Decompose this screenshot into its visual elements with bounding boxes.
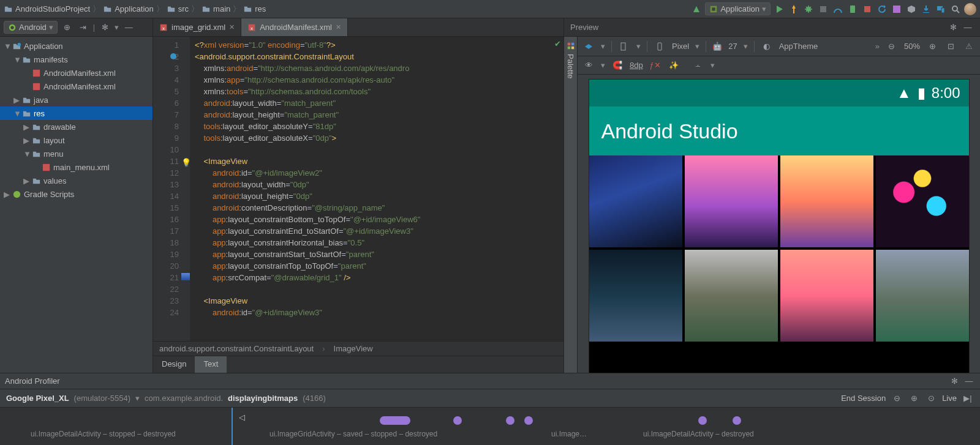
breadcrumb-item[interactable]: AndroidStudioProject [4, 4, 90, 13]
zoom-in-icon[interactable]: ⊕ [908, 392, 920, 405]
close-icon[interactable]: ✕ [336, 23, 341, 31]
tree-node[interactable]: ▶Gradle Scripts [0, 187, 153, 201]
profiler-event-label: ui.Image… [551, 430, 587, 438]
infer-constraints-icon[interactable]: ✨ [668, 59, 680, 72]
tree-node[interactable]: ▼manifests [0, 53, 153, 66]
zoom-out-icon[interactable]: ⊖ [886, 40, 898, 53]
profiler-icon[interactable] [832, 3, 844, 15]
breadcrumb-item[interactable]: res [243, 4, 266, 13]
design-text-tabs[interactable]: Design Text [153, 356, 564, 373]
clock: 8:00 [932, 84, 960, 102]
avd-manager-icon[interactable] [846, 3, 859, 15]
android-icon: 🤖 [712, 42, 722, 51]
svg-point-10 [10, 26, 13, 29]
orientation-icon[interactable] [618, 40, 630, 53]
profiler-event-label: ui.ImageDetailActivity – stopped – destr… [31, 430, 176, 438]
magnet-icon[interactable]: 🧲 [611, 59, 624, 72]
gear-icon[interactable]: ✻ [948, 375, 960, 387]
tree-node[interactable]: ▼Application [0, 39, 153, 53]
debug-icon[interactable] [802, 3, 815, 15]
gear-icon[interactable]: ✻ [947, 21, 959, 34]
svg-rect-3 [850, 6, 855, 13]
app-title: Android Studio [601, 119, 738, 143]
svg-rect-23 [567, 47, 570, 49]
project-view-dropdown[interactable]: Android ▾ [4, 21, 58, 34]
editor-tab[interactable]: ximage_grid.xml✕ [153, 18, 241, 36]
tree-node[interactable]: ▼menu [0, 147, 153, 160]
run-configuration-dropdown[interactable]: Application ▾ [705, 2, 771, 15]
zoom-out-icon[interactable]: ⊖ [891, 392, 903, 405]
theme-name[interactable]: AppTheme [779, 42, 818, 51]
zoom-in-icon[interactable]: ⊕ [926, 40, 938, 53]
project-tree[interactable]: ▼Application▼manifestsAndroidManifest.xm… [0, 37, 153, 373]
sync-gradle-icon[interactable] [876, 3, 888, 15]
code-editor[interactable]: 1234567891011💡12131415161718192021222324… [153, 37, 564, 373]
search-icon[interactable] [949, 3, 962, 15]
device-icon[interactable] [654, 40, 666, 53]
clear-constraints-icon[interactable]: ƒ✕ [649, 59, 662, 72]
devices-icon[interactable] [935, 3, 947, 15]
apply-changes-icon[interactable] [788, 3, 800, 15]
stop-icon[interactable] [861, 3, 873, 15]
grid-image [589, 155, 682, 247]
hide-icon[interactable]: — [123, 21, 135, 34]
svg-rect-7 [941, 8, 944, 13]
tree-node[interactable]: ▶java [0, 93, 153, 107]
download-icon[interactable] [920, 3, 932, 15]
hide-icon[interactable]: — [963, 375, 975, 387]
profiler-device: Google Pixel_XL [6, 394, 69, 403]
make-project-icon[interactable] [690, 3, 703, 15]
tab-text[interactable]: Text [195, 356, 227, 373]
live-button[interactable]: Live [942, 394, 957, 403]
api-level[interactable]: 27 [728, 42, 737, 51]
breadcrumb-item[interactable]: src [167, 4, 189, 13]
svg-rect-26 [658, 43, 662, 50]
breadcrumb-item[interactable]: main [202, 4, 230, 13]
svg-text:x: x [162, 25, 165, 31]
profiler-timeline[interactable]: ◁ui.ImageDetailActivity – stopped – dest… [0, 408, 980, 445]
tree-node[interactable]: AndroidManifest.xml [0, 66, 153, 80]
code-area[interactable]: <?xml version="1.0" encoding="utf-8"?><a… [190, 37, 564, 341]
coverage-icon[interactable] [817, 3, 829, 15]
sdk-manager-icon[interactable] [905, 3, 918, 15]
editor-tab[interactable]: xAndroidManifest.xml✕ [241, 18, 348, 36]
tree-node[interactable]: ▶values [0, 174, 153, 187]
hide-icon[interactable]: — [962, 21, 974, 34]
gear-icon[interactable]: ✻ [99, 21, 111, 34]
tree-node[interactable]: ▶drawable [0, 120, 153, 133]
tool-window-bar: Android ▾ ⊕ ⇥ | ✻ ▾ — ximage_grid.xml✕xA… [0, 18, 980, 37]
warning-icon[interactable]: ⚠ [963, 40, 975, 53]
android-profiler: Android Profiler ✻ — Google Pixel_XL (em… [0, 373, 980, 445]
run-icon[interactable] [773, 3, 785, 15]
palette-tab[interactable]: Palette [564, 37, 578, 373]
close-icon[interactable]: ✕ [229, 23, 235, 31]
eye-icon[interactable]: 👁 [582, 59, 595, 72]
collapse-all-icon[interactable]: ⇥ [77, 21, 89, 34]
layout-inspector-icon[interactable] [891, 3, 903, 15]
scroll-from-source-icon[interactable]: ⊕ [61, 21, 74, 34]
breadcrumb-item[interactable]: Application [103, 4, 154, 13]
tree-node[interactable]: ▼res [0, 107, 153, 120]
tree-node[interactable]: ▶layout [0, 133, 153, 147]
align-icon[interactable]: ⫠ [692, 59, 704, 72]
default-margin[interactable]: 8dp [630, 61, 643, 70]
xml-breadcrumb[interactable]: android.support.constraint.ConstraintLay… [153, 341, 564, 356]
user-avatar[interactable] [964, 3, 976, 15]
zoom-reset-icon[interactable]: ⊙ [925, 392, 937, 405]
surface-icon[interactable] [582, 40, 595, 53]
tree-node[interactable]: main_menu.xml [0, 160, 153, 174]
device-name[interactable]: Pixel [672, 42, 689, 51]
theme-icon[interactable]: ◐ [761, 40, 773, 53]
grid-image [685, 155, 778, 247]
svg-rect-5 [893, 6, 900, 13]
zoom-fit-icon[interactable]: ⊡ [944, 40, 957, 53]
zoom-level: 50% [904, 42, 920, 51]
go-live-icon[interactable]: ▶| [962, 392, 974, 405]
grid-image [876, 155, 969, 247]
grid-image [780, 155, 873, 247]
tab-design[interactable]: Design [153, 356, 195, 373]
tree-node[interactable]: AndroidManifest.xml [0, 80, 153, 93]
grid-image [780, 250, 873, 342]
preview-toolbar: ▾ ▾ Pixel▾ 🤖 27▾ ◐ AppTheme » ⊖ 50% ⊕ ⊡ … [578, 37, 980, 56]
end-session-button[interactable]: End Session [841, 394, 886, 403]
